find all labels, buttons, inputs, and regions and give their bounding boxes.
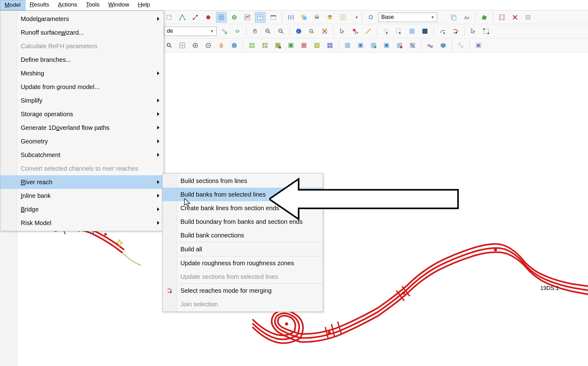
tool-btn-blue1-icon[interactable] bbox=[342, 40, 353, 51]
tool-btn-measure-icon[interactable] bbox=[363, 26, 374, 36]
model-menu-item-12[interactable]: River reach bbox=[0, 175, 164, 189]
model-menu-item-5[interactable]: Update from ground model... bbox=[0, 80, 164, 94]
tool-btn-merge-icon[interactable] bbox=[450, 26, 461, 36]
tool-btn-grid2-icon[interactable] bbox=[260, 40, 270, 51]
svg-point-15 bbox=[234, 17, 235, 18]
tool-btn-area-icon[interactable] bbox=[407, 26, 417, 36]
river-submenu-item-8[interactable]: Update roughness from roughness zones bbox=[162, 256, 323, 270]
river-submenu-item-11[interactable]: Select reaches mode for merging bbox=[162, 284, 323, 297]
tool-btn-globe-icon[interactable] bbox=[229, 40, 240, 51]
tool-btn-sections-icon[interactable] bbox=[497, 12, 507, 23]
menu-model[interactable]: Model bbox=[0, 0, 25, 10]
tool-btn-rect-sel-icon[interactable] bbox=[394, 26, 404, 36]
tool-btn-link2-icon[interactable] bbox=[456, 40, 466, 51]
menu-actions[interactable]: Actions bbox=[54, 0, 81, 10]
model-menu-item-6[interactable]: Simplify bbox=[0, 94, 164, 107]
tool-btn-zoom-in2-icon[interactable] bbox=[190, 40, 201, 51]
svg-line-7 bbox=[194, 16, 196, 18]
tool-btn-refresh-icon[interactable] bbox=[365, 12, 376, 23]
tool-btn-grid3-icon[interactable] bbox=[273, 40, 283, 51]
submenu-item-label: Build sections from lines bbox=[180, 177, 247, 185]
tool-btn-grid4-icon[interactable] bbox=[286, 40, 296, 51]
tool-btn-pick-icon[interactable] bbox=[350, 26, 361, 36]
model-menu-item-13[interactable]: Inline bank bbox=[0, 189, 164, 202]
model-menu-item-14[interactable]: Bridge bbox=[0, 202, 164, 216]
model-menu-item-1[interactable]: Runoff surface wizard... bbox=[0, 26, 164, 39]
tool-btn-clear-icon[interactable] bbox=[319, 26, 330, 36]
tool-btn-text-icon[interactable]: AA bbox=[461, 12, 472, 23]
tool-btn-grid6-icon[interactable] bbox=[312, 40, 322, 51]
tool-btn-zoom-out2-icon[interactable] bbox=[203, 40, 214, 51]
model-menu-item-15[interactable]: Risk Model bbox=[0, 216, 164, 230]
tool-btn-gear-icon[interactable] bbox=[229, 12, 240, 23]
tool-btn-copy-icon[interactable] bbox=[448, 12, 459, 23]
svg-rect-74 bbox=[409, 28, 415, 34]
tool-btn-window-icon[interactable] bbox=[268, 12, 279, 23]
menu-window[interactable]: Window bbox=[104, 0, 134, 10]
tool-btn-mesh-icon[interactable] bbox=[338, 12, 348, 23]
tool-btn-zoom-in-icon[interactable] bbox=[263, 26, 273, 36]
tool-btn-close-icon[interactable] bbox=[510, 12, 520, 23]
tool-btn-grid7-icon[interactable] bbox=[325, 40, 335, 51]
tool-btn-table-icon[interactable] bbox=[255, 12, 266, 23]
model-menu-item-9[interactable]: Geometry bbox=[0, 134, 164, 148]
tool-btn-print-icon[interactable] bbox=[312, 12, 322, 23]
svg-line-55 bbox=[282, 32, 283, 33]
tool-btn-pointer-icon[interactable] bbox=[337, 26, 348, 36]
model-menu-item-4[interactable]: Meshing bbox=[0, 66, 164, 80]
model-menu-item-8[interactable]: Generate 1D overland flow paths bbox=[0, 121, 164, 134]
tool-btn-chart-icon[interactable] bbox=[242, 12, 253, 23]
tool-btn-polygon-icon[interactable] bbox=[479, 12, 490, 23]
svg-rect-106 bbox=[262, 45, 265, 48]
scenario-combo[interactable]: Base▼ bbox=[378, 13, 437, 22]
tool-btn-ruler-icon[interactable] bbox=[286, 12, 296, 23]
tool-btn-break-icon[interactable] bbox=[177, 12, 188, 23]
river-submenu-item-4[interactable]: Build bank connections bbox=[162, 228, 323, 242]
tool-btn-link-icon[interactable] bbox=[232, 26, 243, 36]
tool-btn-dark-icon[interactable] bbox=[420, 26, 430, 36]
tool-btn-grid5-icon[interactable] bbox=[299, 40, 309, 51]
separator-icon bbox=[362, 13, 362, 22]
tool-btn-grid-icon[interactable] bbox=[216, 12, 227, 23]
tool-btn-fit-icon[interactable] bbox=[164, 40, 175, 51]
tool-btn-info-icon[interactable]: i bbox=[293, 26, 304, 36]
tool-btn-blue3-icon[interactable] bbox=[368, 40, 379, 51]
svg-rect-26 bbox=[303, 16, 306, 20]
tool-btn-node-icon[interactable] bbox=[190, 12, 201, 23]
menu-help[interactable]: Help bbox=[133, 0, 154, 10]
tool-btn-blue2-icon[interactable] bbox=[355, 40, 366, 51]
svg-line-87 bbox=[170, 46, 172, 48]
tool-btn-pan-icon[interactable] bbox=[250, 26, 260, 36]
tool-btn-layers-icon[interactable] bbox=[299, 12, 309, 23]
tool-btn-blue5-icon[interactable] bbox=[394, 40, 405, 51]
menu-tools[interactable]: Tools bbox=[81, 0, 104, 10]
mode-combo[interactable]: de▼ bbox=[164, 27, 217, 36]
model-menu-item-0[interactable]: Model parameters bbox=[0, 12, 164, 26]
tool-btn-3d-icon[interactable] bbox=[438, 40, 448, 51]
tool-btn-find-icon[interactable] bbox=[306, 26, 317, 36]
river-submenu-item-6[interactable]: Build all bbox=[162, 242, 323, 256]
tool-btn-final-icon[interactable] bbox=[473, 40, 484, 51]
tool-btn-route-icon[interactable] bbox=[437, 26, 448, 36]
tool-btn-select-icon[interactable] bbox=[219, 26, 230, 36]
tool-btn-stack-icon[interactable] bbox=[325, 12, 335, 23]
model-menu-item-3[interactable]: Define branches... bbox=[0, 53, 164, 66]
tool-btn-wave-icon[interactable] bbox=[425, 40, 435, 51]
svg-marker-71 bbox=[387, 32, 388, 34]
tool-btn-zoom-out-icon[interactable] bbox=[276, 26, 286, 36]
tool-btn-blue4-icon[interactable] bbox=[381, 40, 392, 51]
tool-btn-hand-icon[interactable] bbox=[216, 40, 227, 51]
tool-btn-flag-icon[interactable] bbox=[203, 12, 214, 23]
tool-btn-bounds-icon[interactable] bbox=[481, 26, 491, 36]
menu-results[interactable]: Results bbox=[25, 0, 54, 10]
tool-btn-lasso-icon[interactable] bbox=[381, 26, 391, 36]
tool-btn-cursor-icon[interactable] bbox=[468, 26, 478, 36]
tool-btn-blue6-icon[interactable] bbox=[407, 40, 418, 51]
model-menu-item-10[interactable]: Subcatchment bbox=[0, 148, 164, 162]
tool-btn-zoom-ext-icon[interactable] bbox=[177, 40, 188, 51]
tool-btn-misc-icon[interactable] bbox=[523, 12, 533, 23]
tool-btn-grid1-icon[interactable] bbox=[247, 40, 257, 51]
model-menu-item-7[interactable]: Storage operations bbox=[0, 107, 164, 121]
svg-rect-9 bbox=[219, 15, 224, 20]
tool-btn-new-icon[interactable] bbox=[164, 12, 175, 23]
